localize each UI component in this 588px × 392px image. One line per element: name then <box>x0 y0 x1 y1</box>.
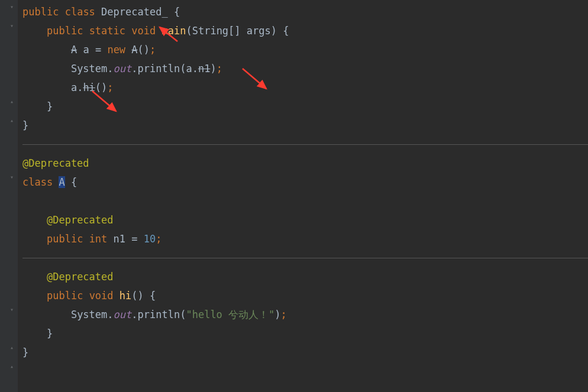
gutter: ▾ ▾ ▴ ▴ ▾ ▾ ▴ ▴ <box>0 0 18 392</box>
fold-icon[interactable]: ▴ <box>8 117 15 124</box>
code-line: class A { <box>22 173 588 192</box>
code-line: } <box>22 97 588 116</box>
code-line: public int n1 = 10; <box>22 229 588 248</box>
fold-icon[interactable]: ▴ <box>8 344 15 351</box>
fold-icon[interactable]: ▴ <box>8 363 15 370</box>
code-line: @Deprecated <box>22 210 588 229</box>
code-line: a.hi(); <box>22 78 588 97</box>
code-editor: ▾ ▾ ▴ ▴ ▾ ▾ ▴ ▴ public class Deprecated_… <box>0 0 588 392</box>
fold-icon[interactable]: ▾ <box>8 174 15 181</box>
fold-icon[interactable]: ▾ <box>8 306 15 313</box>
separator <box>22 135 588 154</box>
code-line: A a = new A(); <box>22 40 588 59</box>
code-line: } <box>22 343 588 362</box>
code-line: @Deprecated <box>22 154 588 173</box>
code-line: public void hi() { <box>22 286 588 305</box>
code-line: System.out.println(a.n1); <box>22 59 588 78</box>
code-line: } <box>22 116 588 135</box>
code-area[interactable]: public class Deprecated_ { public static… <box>18 0 588 392</box>
fold-icon[interactable]: ▾ <box>8 4 15 11</box>
code-line: public static void main(String[] args) { <box>22 21 588 40</box>
fold-icon[interactable]: ▾ <box>8 22 15 30</box>
code-line: public class Deprecated_ { <box>22 2 588 21</box>
code-line: } <box>22 324 588 343</box>
separator <box>22 248 588 267</box>
fold-icon[interactable]: ▴ <box>8 98 15 105</box>
code-line <box>22 192 588 210</box>
code-line: System.out.println("hello 兮动人！"); <box>22 305 588 324</box>
code-line: @Deprecated <box>22 267 588 286</box>
